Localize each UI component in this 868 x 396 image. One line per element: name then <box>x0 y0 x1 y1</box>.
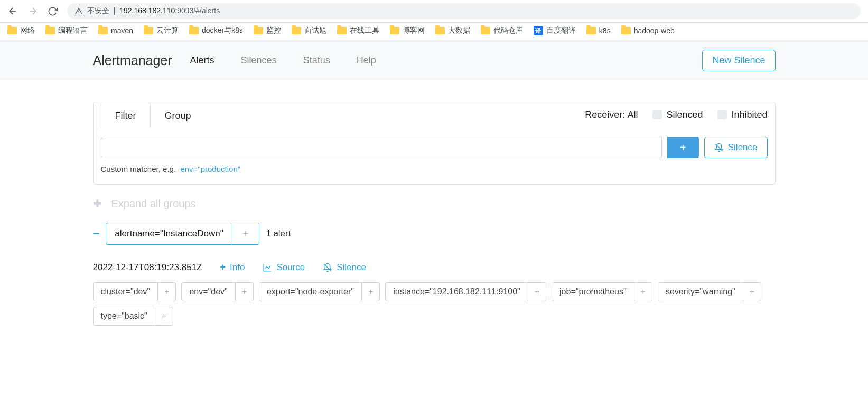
expand-all-button[interactable]: ✚ Expand all groups <box>93 197 196 210</box>
translate-icon: 译 <box>534 26 543 35</box>
address-text: 不安全 | 192.168.182.110:9093/#/alerts <box>87 6 220 16</box>
label-text: type="basic" <box>94 307 155 325</box>
bookmark-label: docker与k8s <box>202 26 243 35</box>
group-matcher-label: alertname="InstanceDown" <box>106 223 231 244</box>
label-chip: export="node-exporter"+ <box>259 282 380 301</box>
silenced-label: Silenced <box>666 109 703 121</box>
folder-icon <box>189 27 199 34</box>
add-filter-button[interactable]: + <box>667 137 699 158</box>
bookmark-item[interactable]: k8s <box>586 26 611 35</box>
tab-group[interactable]: Group <box>151 103 206 128</box>
silenced-checkbox[interactable]: Silenced <box>652 109 703 121</box>
bookmark-label: 云计算 <box>156 26 179 35</box>
bookmark-item[interactable]: maven <box>98 26 133 35</box>
bookmark-item[interactable]: 译百度翻译 <box>534 26 576 35</box>
bookmark-item[interactable]: docker与k8s <box>189 26 243 35</box>
chart-line-icon <box>263 263 272 272</box>
bookmark-label: maven <box>111 26 133 35</box>
tab-filter[interactable]: Filter <box>101 103 151 128</box>
source-link[interactable]: Source <box>263 262 305 273</box>
folder-icon <box>254 27 263 34</box>
new-silence-button[interactable]: New Silence <box>702 50 775 71</box>
receiver-label: Receiver: All <box>585 109 638 121</box>
bookmark-item[interactable]: 大数据 <box>435 26 470 35</box>
alertmanager-navbar: Alertmanager AlertsSilencesStatusHelp Ne… <box>0 40 868 80</box>
label-text: env="dev" <box>182 283 235 301</box>
bookmark-item[interactable]: 网络 <box>7 26 35 35</box>
filter-card: FilterGroup Receiver: All Silenced Inhib… <box>93 102 776 185</box>
bookmark-label: 代码仓库 <box>493 26 523 35</box>
bookmark-label: 编程语言 <box>58 26 88 35</box>
label-add-button[interactable]: + <box>157 283 175 301</box>
silence-label: Silence <box>337 262 366 273</box>
inhibited-label: Inhibited <box>731 109 767 121</box>
bookmark-item[interactable]: 博客网 <box>390 26 425 35</box>
forward-icon[interactable] <box>27 6 38 16</box>
folder-icon <box>481 27 490 34</box>
label-add-button[interactable]: + <box>235 283 253 301</box>
address-bar[interactable]: 不安全 | 192.168.182.110:9093/#/alerts <box>67 3 861 19</box>
folder-icon <box>621 27 631 34</box>
silence-button[interactable]: Silence <box>704 137 768 158</box>
bookmark-item[interactable]: 编程语言 <box>45 26 88 35</box>
folder-icon <box>98 27 108 34</box>
folder-icon <box>45 27 55 34</box>
bookmark-item[interactable]: hadoop-web <box>621 26 675 35</box>
browser-toolbar: 不安全 | 192.168.182.110:9093/#/alerts <box>0 0 868 23</box>
filter-input[interactable] <box>101 137 662 158</box>
nav-link-help[interactable]: Help <box>357 55 376 66</box>
alert-detail-row: 2022-12-17T08:19:23.851Z + Info Source S… <box>93 262 776 273</box>
label-chip: job="prometheus"+ <box>552 282 652 301</box>
bookmarks-bar: 网络编程语言maven云计算docker与k8s监控面试题在线工具博客网大数据代… <box>0 23 868 40</box>
collapse-icon[interactable]: − <box>93 227 100 241</box>
silence-button-label: Silence <box>728 142 758 153</box>
folder-icon <box>435 27 445 34</box>
bookmark-item[interactable]: 面试题 <box>292 26 326 35</box>
hint-example: env="production" <box>180 164 240 173</box>
info-label: Info <box>230 262 245 273</box>
reload-icon[interactable] <box>48 6 58 16</box>
bookmark-item[interactable]: 云计算 <box>144 26 179 35</box>
silence-link[interactable]: Silence <box>323 262 366 273</box>
info-link[interactable]: + Info <box>220 262 245 273</box>
inhibited-checkbox[interactable]: Inhibited <box>717 109 767 121</box>
label-add-button[interactable]: + <box>155 307 173 325</box>
back-icon[interactable] <box>7 6 18 16</box>
alert-timestamp: 2022-12-17T08:19:23.851Z <box>93 262 202 273</box>
bookmark-label: k8s <box>599 26 611 35</box>
folder-icon <box>337 27 347 34</box>
checkbox-icon <box>717 110 727 119</box>
label-add-button[interactable]: + <box>361 283 379 301</box>
bell-off-icon <box>714 143 724 152</box>
nav-link-alerts[interactable]: Alerts <box>190 55 214 66</box>
nav-link-status[interactable]: Status <box>303 55 330 66</box>
bookmark-item[interactable]: 代码仓库 <box>481 26 523 35</box>
bookmark-item[interactable]: 监控 <box>254 26 281 35</box>
label-chip: instance="192.168.182.111:9100"+ <box>385 282 546 301</box>
bell-off-icon <box>323 263 332 272</box>
label-add-button[interactable]: + <box>528 283 546 301</box>
label-text: job="prometheus" <box>552 283 634 301</box>
plus-icon: ✚ <box>93 197 102 210</box>
filter-hint: Custom matcher, e.g. env="production" <box>101 164 768 173</box>
label-text: export="node-exporter" <box>259 283 361 301</box>
source-label: Source <box>276 262 305 273</box>
brand-title: Alertmanager <box>93 53 172 68</box>
nav-link-silences[interactable]: Silences <box>241 55 277 66</box>
bookmark-label: hadoop-web <box>634 26 675 35</box>
bookmark-label: 面试题 <box>304 26 326 35</box>
label-chip: cluster="dev"+ <box>93 282 176 301</box>
group-matcher-add-button[interactable]: + <box>232 223 259 244</box>
folder-icon <box>7 27 17 34</box>
bookmark-item[interactable]: 在线工具 <box>337 26 379 35</box>
label-add-button[interactable]: + <box>743 283 761 301</box>
label-chip: severity="warning"+ <box>658 282 761 301</box>
label-chip: env="dev"+ <box>181 282 254 301</box>
folder-icon <box>586 27 596 34</box>
bookmark-label: 百度翻译 <box>546 26 576 35</box>
folder-icon <box>390 27 399 34</box>
bookmark-label: 博客网 <box>403 26 425 35</box>
label-text: instance="192.168.182.111:9100" <box>386 283 527 301</box>
alert-group-row: − alertname="InstanceDown" + 1 alert <box>93 223 776 245</box>
label-add-button[interactable]: + <box>634 283 652 301</box>
